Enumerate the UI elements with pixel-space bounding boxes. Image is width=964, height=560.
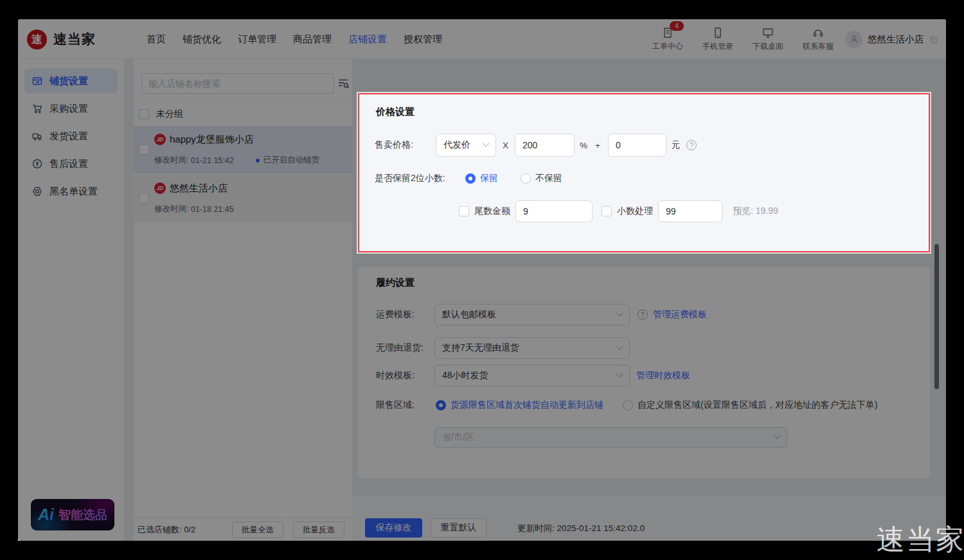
app-window: 速 速当家 首页 铺货优化 订单管理 商品管理 店铺设置 授权管理 4 工单中心 [18,19,946,541]
plus-sign: + [595,141,600,150]
price-help-icon[interactable] [686,140,697,150]
price-preview: 预览: 19.99 [733,206,778,217]
price-source-value: 代发价 [443,139,470,151]
price-source-select[interactable]: 代发价 [436,134,496,157]
tail-amount-checkbox[interactable] [459,206,469,216]
tail-amount-input[interactable] [515,200,593,222]
addend-input[interactable] [608,134,666,157]
screen: 速 速当家 首页 铺货优化 订单管理 商品管理 店铺设置 授权管理 4 工单中心 [0,0,964,560]
decimal-handling-checkbox[interactable] [602,206,612,216]
price-settings-highlight-panel: 价格设置 售卖价格: 代发价 X % + 元 是否保留2位小数: 保留 [358,93,930,252]
preview-label: 预览: [733,206,753,216]
decimal-choice-label: 是否保留2位小数: [375,173,465,184]
tail-amount-label: 尾数金额 [474,206,510,217]
no-keep-decimals-option[interactable]: 不保留 [535,173,562,184]
percent-sign: % [580,141,587,150]
decimal-handling-input[interactable] [658,200,722,222]
percent-input[interactable] [515,134,575,157]
price-settings-title: 价格设置 [376,106,415,118]
sale-price-label: 售卖价格: [375,139,436,151]
sale-price-row: 售卖价格: 代发价 X % + 元 [375,134,697,157]
keep-decimals-option[interactable]: 保留 [480,173,498,184]
rounding-row: 尾数金额 小数处理 预览: 19.99 [459,200,778,222]
decimal-handling-label: 小数处理 [617,206,653,217]
preview-value: 19.99 [756,206,778,216]
vertical-scrollbar-thumb[interactable] [934,244,939,389]
multiply-sign: X [503,141,508,150]
watermark: 速当家 [877,521,964,559]
no-keep-decimals-radio[interactable] [521,173,531,184]
decimal-choice-row: 是否保留2位小数: 保留 不保留 [375,173,562,184]
currency-unit: 元 [672,139,681,151]
chevron-down-icon [482,140,489,147]
keep-decimals-radio[interactable] [465,173,476,184]
